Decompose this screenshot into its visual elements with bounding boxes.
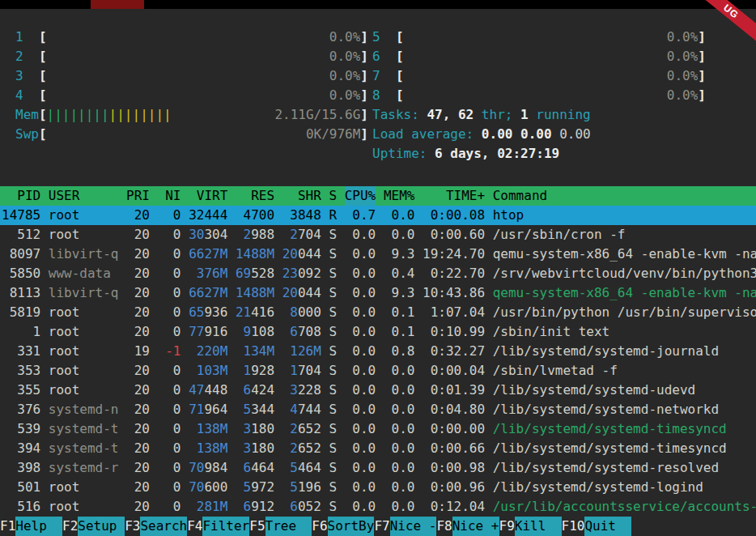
- fkey-label-quit[interactable]: Quit: [584, 517, 631, 536]
- cell-cpu: 0.0: [345, 400, 376, 419]
- process-row[interactable]: 516root200281M69126052S0.00.00:12.04/usr…: [0, 497, 756, 517]
- column-header-virt[interactable]: VIRT: [189, 186, 227, 206]
- cell-user: systemd-n: [49, 400, 119, 419]
- column-header-pri[interactable]: PRI: [126, 186, 150, 206]
- cell-pri: 20: [126, 419, 150, 439]
- number-segment: 972: [251, 479, 274, 495]
- cell-ni: 0: [158, 283, 181, 303]
- fkey-f10[interactable]: F10: [562, 517, 585, 536]
- cell-res: 9108: [236, 322, 274, 342]
- column-header-pid[interactable]: PID: [2, 186, 40, 206]
- number-segment: 134M: [244, 343, 275, 359]
- cell-cpu: 0.7: [345, 206, 376, 225]
- process-row[interactable]: 1root2007791691086708S0.00.10:10.99/sbin…: [0, 322, 756, 342]
- fkey-label-setup[interactable]: Setup: [78, 517, 125, 536]
- column-header-cpu[interactable]: CPU%: [345, 186, 376, 206]
- cell-pri: 20: [126, 400, 150, 419]
- process-row[interactable]: 8113libvirt-q2006627M1488M20044S0.09.310…: [0, 283, 756, 303]
- process-row[interactable]: 376systemd-n2007196453444744S0.00.00:04.…: [0, 400, 756, 419]
- fkey-label-search[interactable]: Search: [140, 517, 187, 536]
- process-row[interactable]: 501root2007060059725196S0.00.00:00.96/li…: [0, 478, 756, 497]
- column-header-time[interactable]: TIME+: [423, 186, 485, 206]
- number-segment: 70: [189, 479, 204, 495]
- fkey-f1[interactable]: F1: [0, 517, 15, 536]
- cell-state: S: [329, 400, 337, 419]
- number-segment: 5: [244, 479, 252, 495]
- number-segment: 988: [251, 227, 274, 242]
- cell-time: 0:32.27: [423, 342, 485, 361]
- process-row[interactable]: 398systemd-r2007098464645464S0.00.00:00.…: [0, 458, 756, 478]
- cell-shr: 2652: [282, 419, 321, 439]
- cpu-meters-left: 1[0.0%]2[0.0%]3[0.0%]4[0.0%]: [15, 28, 368, 105]
- cell-pri: 20: [126, 381, 150, 400]
- fkey-f9[interactable]: F9: [499, 517, 515, 536]
- cpu-meter-value: 0.0%: [329, 66, 361, 86]
- cell-time: 0:00.00: [423, 419, 485, 439]
- cell-time: 0:04.80: [423, 400, 485, 419]
- fkey-f7[interactable]: F7: [374, 517, 389, 536]
- cell-virt: 65936: [189, 303, 227, 322]
- fkey-label-sortby[interactable]: SortBy: [328, 517, 375, 536]
- fkey-label-kill[interactable]: Kill: [515, 517, 562, 536]
- cpu-meter-bar: 0.0%: [404, 47, 699, 66]
- process-row[interactable]: 394systemd-t200138M31802652S0.00.00:00.6…: [0, 439, 756, 458]
- column-header-mem[interactable]: MEM%: [384, 186, 415, 206]
- cpu-meter-id: 8: [372, 86, 396, 105]
- number-segment: 964: [204, 402, 227, 417]
- tasks-label: Tasks:: [372, 107, 427, 122]
- cell-user: www-data: [49, 264, 119, 283]
- number-segment: 984: [204, 460, 227, 475]
- process-row[interactable]: 539systemd-t200138M31802652S0.00.00:00.0…: [0, 419, 756, 439]
- bracket-close: ]: [360, 47, 368, 66]
- cell-shr: 20044: [282, 283, 321, 303]
- cell-mem: 9.3: [384, 245, 415, 264]
- process-row[interactable]: 331root19-1220M134M126MS0.00.80:32.27/li…: [0, 342, 756, 361]
- fkey-label-filter[interactable]: Filter: [202, 517, 249, 536]
- cell-cpu: 0.0: [345, 458, 376, 478]
- cpu-meter-6: 6[0.0%]: [372, 47, 706, 66]
- number-segment: 180: [251, 440, 274, 456]
- cell-mem: 0.0: [384, 439, 415, 458]
- fkey-f4[interactable]: F4: [187, 517, 202, 536]
- process-row[interactable]: 353root200103M19281704S0.00.00:00.04/sbi…: [0, 361, 756, 381]
- cell-ni: 0: [158, 381, 181, 400]
- fkey-label-nice-[interactable]: Nice -: [390, 517, 437, 536]
- tasks-counts: 47, 62: [427, 107, 474, 122]
- cell-pid: 376: [2, 400, 40, 419]
- process-row[interactable]: 14785root2003244447003848R0.70.00:00.08h…: [0, 206, 756, 225]
- column-header-res[interactable]: RES: [236, 186, 274, 206]
- process-row[interactable]: 512root2003030429882704S0.00.00:00.60/us…: [0, 225, 756, 245]
- process-row[interactable]: 5850www-data200376M6952823092S0.00.40:22…: [0, 264, 756, 283]
- cell-cpu: 0.0: [345, 419, 376, 439]
- cell-cpu: 0.0: [345, 264, 376, 283]
- cell-time: 0:00.08: [423, 206, 485, 225]
- process-row[interactable]: 8097libvirt-q2006627M1488M20044S0.09.319…: [0, 245, 756, 264]
- cell-pid: 1: [2, 322, 40, 342]
- terminal-tab[interactable]: [91, 0, 144, 9]
- number-segment: 196: [298, 479, 321, 495]
- column-header-s[interactable]: S: [329, 186, 337, 206]
- fkey-f8[interactable]: F8: [436, 517, 452, 536]
- fkey-label-help[interactable]: Help: [15, 517, 62, 536]
- cell-state: S: [329, 264, 337, 283]
- cell-cpu: 0.0: [345, 439, 376, 458]
- fkey-f2[interactable]: F2: [62, 517, 78, 536]
- column-header-user[interactable]: USER: [49, 186, 119, 206]
- number-segment: 30: [189, 227, 204, 242]
- cpu-meter-value: 0.0%: [329, 86, 361, 105]
- column-header-shr[interactable]: SHR: [282, 186, 321, 206]
- fkey-label-nice+[interactable]: Nice +: [452, 517, 499, 536]
- cpu-meter-4: 4[0.0%]: [15, 86, 368, 105]
- process-row[interactable]: 355root2004744864243228S0.00.00:01.39/li…: [0, 381, 756, 400]
- fkey-f5[interactable]: F5: [249, 517, 265, 536]
- fkey-f6[interactable]: F6: [312, 517, 327, 536]
- column-header-ni[interactable]: NI: [158, 186, 181, 206]
- fkey-label-tree[interactable]: Tree: [265, 517, 312, 536]
- bracket-open: [: [39, 28, 47, 47]
- load-average: Load average: 0.00 0.00 0.00: [372, 125, 706, 144]
- uptime-label: Uptime:: [372, 146, 435, 161]
- process-row[interactable]: 5819root20065936214168000S0.00.11:07.04/…: [0, 303, 756, 322]
- column-header-command[interactable]: Command: [493, 186, 756, 206]
- fkey-f3[interactable]: F3: [125, 517, 140, 536]
- cell-mem: 0.1: [384, 322, 415, 342]
